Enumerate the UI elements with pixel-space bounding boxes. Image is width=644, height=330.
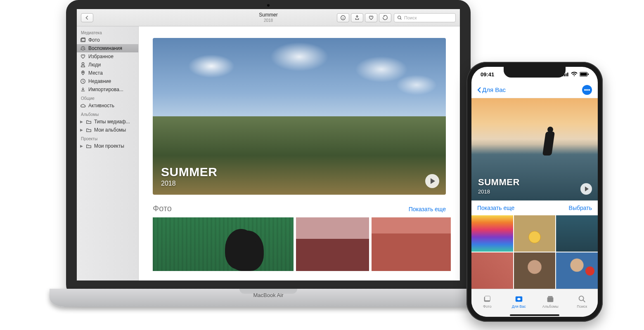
info-button[interactable] bbox=[337, 13, 349, 22]
folder-icon bbox=[86, 119, 92, 125]
photos-app-window: Summer 2018 bbox=[77, 9, 460, 280]
memory-image bbox=[540, 127, 560, 164]
search-icon bbox=[578, 295, 587, 304]
memory-title-block: SUMMER 2018 bbox=[161, 165, 217, 187]
sidebar: Медиатека Фото Воспоминания Избранное bbox=[77, 26, 139, 280]
svg-rect-11 bbox=[567, 73, 568, 76]
sidebar-section-library: Медиатека bbox=[77, 28, 138, 36]
subtitle-text: 2018 bbox=[259, 18, 277, 23]
nav-back-button[interactable]: Для Вас bbox=[477, 86, 506, 93]
show-more-link[interactable]: Показать еще bbox=[477, 205, 514, 211]
folder-icon bbox=[86, 127, 92, 133]
photo-thumbnail[interactable] bbox=[296, 217, 369, 271]
wifi-icon bbox=[571, 72, 578, 77]
tab-label: Фото bbox=[483, 304, 492, 309]
svg-rect-19 bbox=[548, 296, 553, 297]
share-icon bbox=[354, 15, 360, 21]
sidebar-item-people[interactable]: Люди bbox=[77, 61, 138, 69]
iphone-notch bbox=[504, 67, 566, 78]
photo-thumbnail[interactable] bbox=[471, 215, 513, 252]
main-content: SUMMER 2018 Фото Показать еще bbox=[139, 26, 460, 280]
photo-row bbox=[153, 217, 446, 271]
sidebar-item-label: Недавние bbox=[88, 78, 111, 84]
sidebar-item-photos[interactable]: Фото bbox=[77, 36, 138, 44]
memory-card[interactable]: SUMMER 2018 bbox=[471, 98, 598, 200]
disclosure-triangle-icon[interactable]: ▶ bbox=[80, 128, 83, 132]
svg-rect-16 bbox=[485, 296, 490, 300]
sidebar-item-label: Воспоминания bbox=[88, 45, 122, 51]
app-body: Медиатека Фото Воспоминания Избранное bbox=[77, 26, 460, 280]
albums-icon bbox=[546, 295, 555, 304]
memory-title: SUMMER bbox=[161, 165, 217, 179]
sidebar-item-recent[interactable]: Недавние bbox=[77, 77, 138, 85]
sidebar-item-places[interactable]: Места bbox=[77, 69, 138, 77]
play-button[interactable] bbox=[425, 174, 439, 188]
search-field[interactable]: Поиск bbox=[394, 13, 456, 22]
svg-point-5 bbox=[82, 63, 84, 65]
home-indicator[interactable] bbox=[471, 314, 598, 317]
macbook-device: Summer 2018 bbox=[50, 0, 487, 322]
sidebar-item-label: Мои проекты bbox=[94, 143, 124, 149]
import-icon bbox=[80, 87, 86, 92]
back-button[interactable] bbox=[81, 13, 93, 22]
tab-label: Для Вас bbox=[512, 304, 526, 309]
tab-albums[interactable]: Альбомы bbox=[535, 289, 566, 314]
disclosure-triangle-icon[interactable]: ▶ bbox=[80, 144, 83, 148]
status-time: 09:41 bbox=[481, 71, 494, 78]
window-toolbar: Summer 2018 bbox=[77, 9, 460, 26]
sidebar-item-label: Места bbox=[88, 70, 103, 76]
sidebar-item-media-types[interactable]: ▶ Типы медиаф... bbox=[77, 118, 138, 126]
title-text: Summer bbox=[259, 12, 277, 18]
rotate-button[interactable] bbox=[379, 13, 391, 22]
select-link[interactable]: Выбрать bbox=[569, 205, 592, 211]
nav-bar: Для Вас ••• bbox=[471, 82, 598, 98]
photo-thumbnail[interactable] bbox=[556, 215, 598, 252]
play-button[interactable] bbox=[580, 183, 592, 195]
svg-point-6 bbox=[83, 72, 84, 73]
photo-thumbnail[interactable] bbox=[471, 252, 513, 289]
sidebar-item-label: Люди bbox=[88, 62, 101, 68]
info-icon bbox=[340, 15, 346, 21]
svg-rect-10 bbox=[566, 73, 567, 76]
sidebar-item-label: Мои альбомы bbox=[94, 127, 126, 133]
macbook-camera bbox=[267, 4, 270, 7]
cloud-icon bbox=[80, 103, 86, 108]
share-button[interactable] bbox=[351, 13, 363, 22]
memory-card[interactable]: SUMMER 2018 bbox=[153, 38, 446, 195]
macbook-label: MacBook Air bbox=[253, 292, 284, 298]
sidebar-item-memories[interactable]: Воспоминания bbox=[77, 44, 138, 52]
status-right bbox=[562, 72, 589, 77]
ellipsis-icon: ••• bbox=[584, 87, 590, 93]
heart-icon bbox=[368, 15, 374, 21]
photo-thumbnail[interactable] bbox=[153, 217, 294, 271]
toolbar-right: Поиск bbox=[335, 13, 456, 22]
photo-thumbnail[interactable] bbox=[514, 215, 556, 252]
more-button[interactable]: ••• bbox=[582, 85, 592, 95]
memory-year: 2018 bbox=[478, 189, 520, 195]
iphone-device: 09:41 Для Вас ••• SUMMER 2018 bbox=[466, 62, 603, 322]
sidebar-section-albums: Альбомы bbox=[77, 110, 138, 118]
sidebar-item-my-albums[interactable]: ▶ Мои альбомы bbox=[77, 126, 138, 134]
disclosure-triangle-icon[interactable]: ▶ bbox=[80, 120, 83, 124]
show-more-link[interactable]: Показать еще bbox=[409, 206, 446, 212]
sidebar-item-activity[interactable]: Активность bbox=[77, 101, 138, 110]
battery-icon bbox=[580, 72, 589, 77]
sidebar-item-imports[interactable]: Импортирова... bbox=[77, 85, 138, 94]
sidebar-item-label: Типы медиаф... bbox=[94, 119, 130, 125]
tab-for-you[interactable]: Для Вас bbox=[503, 289, 535, 314]
tab-label: Альбомы bbox=[542, 304, 559, 309]
photo-thumbnail[interactable] bbox=[556, 252, 598, 289]
tab-search[interactable]: Поиск bbox=[566, 289, 598, 314]
tab-photos[interactable]: Фото bbox=[471, 289, 503, 314]
sidebar-item-favorites[interactable]: Избранное bbox=[77, 52, 138, 61]
search-icon bbox=[397, 15, 402, 21]
people-icon bbox=[80, 62, 86, 68]
window-title: Summer 2018 bbox=[259, 12, 277, 22]
photo-thumbnail[interactable] bbox=[514, 252, 556, 289]
sidebar-item-my-projects[interactable]: ▶ Мои проекты bbox=[77, 142, 138, 150]
photo-thumbnail[interactable] bbox=[372, 217, 451, 271]
svg-point-20 bbox=[579, 296, 583, 300]
sidebar-item-label: Активность bbox=[88, 103, 114, 108]
memory-title-block: SUMMER 2018 bbox=[478, 177, 520, 195]
favorite-button[interactable] bbox=[365, 13, 377, 22]
